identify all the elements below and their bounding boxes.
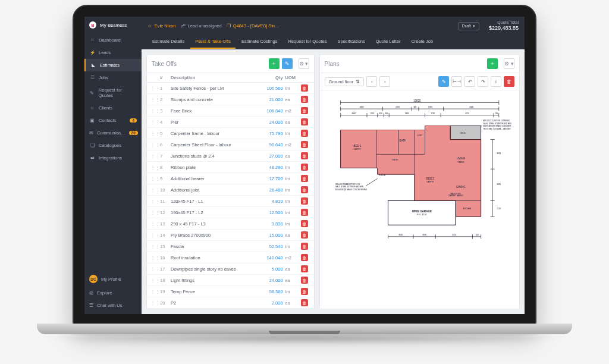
measure-tool-button[interactable]: ⊢⊣: [451, 76, 462, 87]
sidebar-item-request-for-quotes[interactable]: ✎Request for Quotes: [84, 84, 142, 102]
table-row[interactable]: ⋮⋮6Carpenter Sheet Floor - labour90.640m…: [147, 139, 314, 150]
plan-settings-button[interactable]: ⚙ ▾: [504, 58, 514, 69]
delete-row-button[interactable]: 🗑: [301, 186, 308, 193]
sidebar-bottom-explore[interactable]: ◎Explore: [84, 287, 142, 299]
delete-row-button[interactable]: 🗑: [301, 277, 308, 284]
table-row[interactable]: ⋮⋮5Carpenter frame - labour75.790lm🗑: [147, 128, 314, 139]
sidebar-bottom-my-profile[interactable]: DCMy Profile: [84, 271, 142, 287]
table-row[interactable]: ⋮⋮17Downpipes single story no eaves5.000…: [147, 263, 314, 275]
table-row[interactable]: ⋮⋮14Ply Brace 2700x90015.000ea🗑: [147, 230, 314, 241]
table-row[interactable]: ⋮⋮12190x45 F17 - L212.500lm🗑: [147, 207, 314, 218]
sidebar-item-catalogues[interactable]: ❏Catalogues: [84, 139, 142, 152]
drag-handle-icon[interactable]: ⋮⋮: [150, 266, 158, 272]
drag-handle-icon[interactable]: ⋮⋮: [150, 244, 158, 249]
sidebar-bottom-chat-with-us[interactable]: ☰Chat with Us: [84, 299, 142, 312]
table-row[interactable]: ⋮⋮7Junctions studs @ 2.427.000ea🗑: [147, 150, 314, 162]
drag-handle-icon[interactable]: ⋮⋮: [150, 199, 158, 204]
table-row[interactable]: ⋮⋮3Face Brick106.840m2🗑: [147, 105, 314, 117]
undo-button[interactable]: ↶: [464, 76, 475, 87]
drag-handle-icon[interactable]: ⋮⋮: [150, 289, 158, 294]
delete-row-button[interactable]: 🗑: [301, 231, 308, 239]
delete-row-button[interactable]: 🗑: [301, 130, 308, 137]
sidebar-item-leads[interactable]: ⚡Leads: [84, 46, 142, 59]
add-takeoff-button[interactable]: +: [269, 58, 280, 69]
drag-handle-icon[interactable]: ⋮⋮: [150, 86, 158, 91]
tab-specifications[interactable]: Specifications: [332, 35, 369, 49]
status-draft-dropdown[interactable]: Draft ▾: [458, 22, 479, 30]
table-row[interactable]: ⋮⋮16Roof insulation140.040m2🗑: [147, 252, 314, 263]
drag-handle-icon[interactable]: ⋮⋮: [150, 255, 158, 261]
delete-row-button[interactable]: 🗑: [301, 164, 308, 171]
delete-row-button[interactable]: 🗑: [301, 84, 308, 92]
table-row[interactable]: ⋮⋮11120x45 F17 - L14.810lm🗑: [147, 196, 314, 207]
delete-row-button[interactable]: 🗑: [301, 107, 308, 114]
table-row[interactable]: ⋮⋮20P22.000ea🗑: [147, 297, 314, 309]
tab-request-for-quotes[interactable]: Request for Quotes: [283, 35, 331, 49]
table-row[interactable]: ⋮⋮8Ribbon plate48.290lm🗑: [147, 162, 314, 173]
tab-plans-take-offs[interactable]: Plans & Take-Offs: [190, 35, 236, 49]
drag-handle-icon[interactable]: ⋮⋮: [150, 210, 158, 215]
delete-row-button[interactable]: 🗑: [301, 254, 308, 261]
breadcrumb-user[interactable]: ☺ Evie Nixon: [147, 23, 176, 29]
plan-canvas[interactable]: 13820 3600 2400: [320, 90, 519, 309]
table-row[interactable]: ⋮⋮9Additional bearer17.700lm🗑: [147, 173, 314, 184]
delete-row-button[interactable]: 🗑: [301, 209, 308, 216]
prev-floor-button[interactable]: ‹: [366, 76, 377, 87]
sidebar-item-communica-[interactable]: ✉Communica…20: [84, 127, 142, 139]
delete-row-button[interactable]: 🗑: [301, 265, 308, 272]
sidebar-item-contacts[interactable]: ▣Contacts4: [84, 114, 142, 127]
delete-plan-button[interactable]: 🗑: [504, 76, 514, 87]
tab-estimate-details[interactable]: Estimate Details: [147, 35, 189, 49]
table-row[interactable]: ⋮⋮10Additional joist26.480lm🗑: [147, 184, 314, 196]
drag-handle-icon[interactable]: ⋮⋮: [150, 278, 158, 283]
info-button[interactable]: i: [491, 76, 501, 87]
tab-create-job[interactable]: Create Job: [406, 35, 438, 49]
takeoffs-body[interactable]: ⋮⋮1Site Safety Fence - per LM106.560lm🗑⋮…: [147, 83, 314, 309]
drag-handle-icon[interactable]: ⋮⋮: [150, 221, 158, 227]
drag-handle-icon[interactable]: ⋮⋮: [150, 131, 158, 136]
sidebar-item-estimates[interactable]: ◣Estimates: [84, 59, 142, 71]
drag-handle-icon[interactable]: ⋮⋮: [150, 142, 158, 148]
table-row[interactable]: ⋮⋮18Light fittings24.000ea🗑: [147, 275, 314, 286]
delete-row-button[interactable]: 🗑: [301, 220, 308, 227]
drag-handle-icon[interactable]: ⋮⋮: [150, 108, 158, 114]
drag-handle-icon[interactable]: ⋮⋮: [150, 187, 158, 193]
drag-handle-icon[interactable]: ⋮⋮: [150, 120, 158, 125]
delete-row-button[interactable]: 🗑: [301, 243, 308, 250]
delete-row-button[interactable]: 🗑: [301, 197, 308, 205]
delete-row-button[interactable]: 🗑: [301, 141, 308, 148]
table-row[interactable]: ⋮⋮15Fascia52.540lm🗑: [147, 241, 314, 252]
drag-handle-icon[interactable]: ⋮⋮: [150, 300, 158, 306]
table-row[interactable]: ⋮⋮4Pier24.000ea🗑: [147, 117, 314, 128]
sidebar-item-jobs[interactable]: ☰Jobs: [84, 71, 142, 84]
drag-handle-icon[interactable]: ⋮⋮: [150, 176, 158, 181]
table-row[interactable]: ⋮⋮13290 x 45 F17 - L33.830lm🗑: [147, 218, 314, 230]
breadcrumb-job[interactable]: ❐ Q4843 - [DAVE0] Sin…: [227, 23, 280, 29]
table-row[interactable]: ⋮⋮19Temp Fence58.360lm🗑: [147, 286, 314, 297]
sidebar-item-dashboard[interactable]: ⌗Dashboard: [84, 33, 142, 46]
delete-row-button[interactable]: 🗑: [301, 96, 308, 103]
delete-row-button[interactable]: 🗑: [301, 288, 308, 295]
next-floor-button[interactable]: ›: [379, 76, 390, 87]
edit-takeoff-button[interactable]: ✎: [282, 58, 293, 69]
add-plan-button[interactable]: +: [487, 58, 498, 69]
drag-handle-icon[interactable]: ⋮⋮: [150, 153, 158, 159]
draw-tool-button[interactable]: ✎: [438, 76, 449, 87]
sidebar-item-integrations[interactable]: ⇄Integrations: [84, 152, 142, 164]
delete-row-button[interactable]: 🗑: [301, 152, 308, 159]
drag-handle-icon[interactable]: ⋮⋮: [150, 233, 158, 238]
tab-quote-letter[interactable]: Quote Letter: [371, 35, 406, 49]
floor-select[interactable]: Ground floor ⇅: [325, 77, 365, 86]
redo-button[interactable]: ↷: [478, 76, 488, 87]
drag-handle-icon[interactable]: ⋮⋮: [150, 97, 158, 102]
delete-row-button[interactable]: 🗑: [301, 299, 308, 306]
tab-estimate-costings[interactable]: Estimate Costings: [237, 35, 282, 49]
table-row[interactable]: ⋮⋮1Site Safety Fence - per LM106.560lm🗑: [147, 83, 314, 94]
delete-row-button[interactable]: 🗑: [301, 118, 308, 125]
sidebar-item-clients[interactable]: ☺Clients: [84, 102, 142, 114]
table-row[interactable]: ⋮⋮2Stumps and concrete21.000ea🗑: [147, 94, 314, 105]
delete-row-button[interactable]: 🗑: [301, 175, 308, 182]
takeoff-settings-button[interactable]: ⚙ ▾: [299, 58, 309, 69]
breadcrumb-lead[interactable]: ☍ Lead unassigned: [181, 23, 222, 29]
drag-handle-icon[interactable]: ⋮⋮: [150, 165, 158, 170]
